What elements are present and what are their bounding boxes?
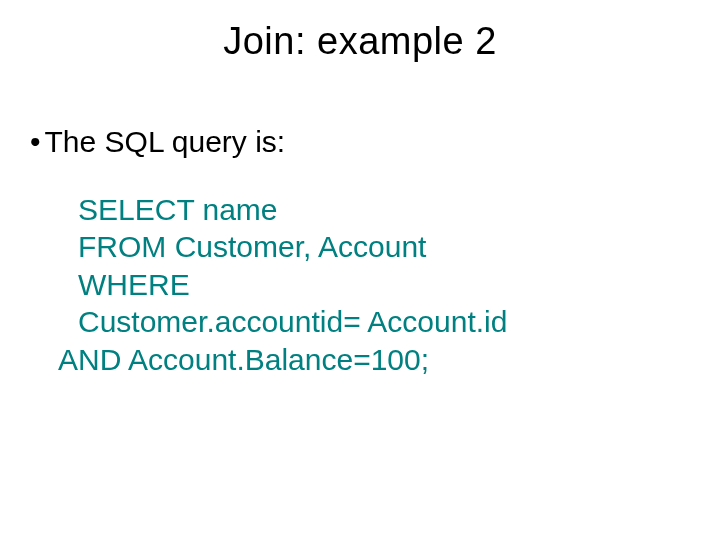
sql-line-from: FROM Customer, Account xyxy=(30,228,690,266)
bullet-text: The SQL query is: xyxy=(45,123,286,161)
bullet-marker: • xyxy=(30,123,41,161)
sql-block: SELECT name FROM Customer, Account WHERE… xyxy=(30,191,690,379)
sql-line-where: WHERE xyxy=(30,266,690,304)
sql-line-select: SELECT name xyxy=(30,191,690,229)
bullet-item: • The SQL query is: xyxy=(30,123,690,161)
slide-title: Join: example 2 xyxy=(0,0,720,63)
sql-line-and: AND Account.Balance=100; xyxy=(30,341,690,379)
slide-body: • The SQL query is: SELECT name FROM Cus… xyxy=(0,63,720,378)
sql-line-join-cond: Customer.accountid= Account.id xyxy=(30,303,690,341)
